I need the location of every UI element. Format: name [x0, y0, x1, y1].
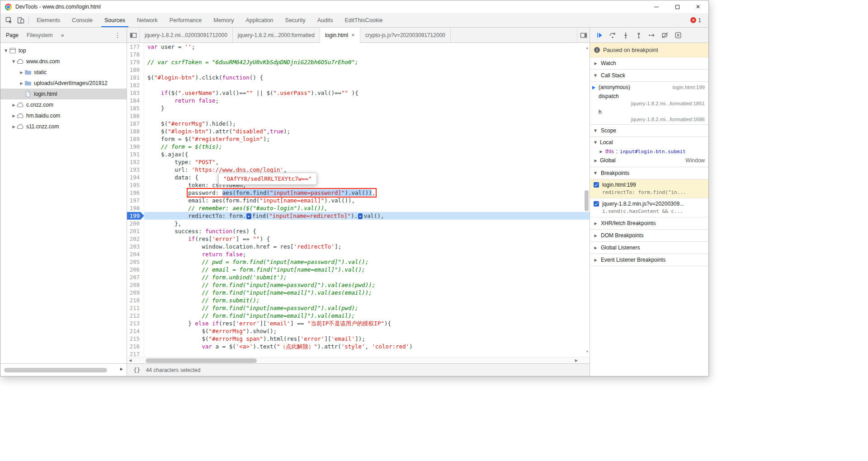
- tab-network[interactable]: Network: [131, 13, 164, 27]
- line-number[interactable]: 193: [127, 166, 144, 174]
- line-number[interactable]: 207: [127, 273, 144, 281]
- line-number[interactable]: 181: [127, 74, 144, 81]
- line-number[interactable]: 202: [127, 235, 144, 243]
- more-options-icon[interactable]: ⋮: [114, 32, 121, 39]
- horizontal-scrollbar-thumb[interactable]: [146, 358, 257, 363]
- scroll-up-arrow-icon[interactable]: ▲: [586, 44, 588, 52]
- line-number[interactable]: 194: [127, 174, 144, 181]
- line-number[interactable]: 191: [127, 151, 144, 158]
- section-scope[interactable]: ▶ Scope: [590, 125, 708, 137]
- line-number[interactable]: 185: [127, 104, 144, 112]
- inline-step-marker-icon[interactable]: ▸: [246, 213, 251, 219]
- tab-elements[interactable]: Elements: [31, 13, 66, 27]
- scroll-left-arrow-icon[interactable]: ◀: [129, 358, 132, 362]
- line-content[interactable]: type: "POST",: [144, 158, 590, 166]
- breakpoint-checkbox[interactable]: [594, 201, 599, 207]
- tab-editthiscookie[interactable]: EditThisCookie: [339, 13, 388, 27]
- line-content[interactable]: // email = form.find("input[name=email]"…: [144, 266, 590, 273]
- scope-global[interactable]: ▶ Global Window: [590, 156, 708, 165]
- line-content[interactable]: [144, 66, 590, 74]
- section-watch[interactable]: ▶ Watch: [590, 57, 708, 70]
- line-content[interactable]: $("#login-btn").click(function() {: [144, 74, 590, 81]
- navigator-tab-filesystem[interactable]: Filesystem: [27, 32, 52, 38]
- line-content[interactable]: // form.find("input[name=password]").val…: [144, 304, 590, 312]
- line-content[interactable]: password: aes(form.find("input[name=pass…: [144, 189, 590, 197]
- vertical-scrollbar[interactable]: [585, 190, 589, 211]
- call-stack-frame[interactable]: (anonymous)login.html:199: [590, 83, 708, 92]
- line-content[interactable]: token: csrfToken,: [144, 181, 590, 189]
- section-call-stack[interactable]: ▶ Call Stack: [590, 70, 708, 82]
- inline-step-marker-icon[interactable]: ▸: [358, 213, 363, 219]
- line-number[interactable]: 178: [127, 51, 144, 58]
- scope-this[interactable]: ▶ this: input#login-btn.submit: [590, 147, 708, 156]
- inspect-icon[interactable]: [3, 14, 15, 26]
- line-content[interactable]: $("#errorMsg").hide();: [144, 120, 590, 127]
- line-content[interactable]: [144, 51, 590, 58]
- editor-tab-crypto-js-js-v-202003091712000[interactable]: crypto-js.js?v=202003091712000: [360, 28, 451, 42]
- sidebar-scroll-right-arrow-icon[interactable]: ▶: [120, 367, 123, 371]
- navigator-tab-page[interactable]: Page: [6, 32, 19, 38]
- line-content[interactable]: success: function(res) {: [144, 227, 590, 235]
- tab-audits[interactable]: Audits: [311, 13, 339, 27]
- tree-item-uploads-advertimages-201912[interactable]: ▶uploads/AdvertImages/201912: [0, 78, 127, 89]
- sidebar-horizontal-scrollbar[interactable]: [4, 368, 107, 372]
- line-content[interactable]: if($(".userName").val()=="" || $(".userP…: [144, 89, 590, 97]
- line-content[interactable]: } else if(res['error']['email'] == "当前IP…: [144, 320, 590, 327]
- error-count-badge[interactable]: ✕ 1: [690, 17, 701, 24]
- line-number[interactable]: 199: [127, 212, 144, 220]
- code-editor[interactable]: 177var user = '';178179// var csrfToken …: [127, 43, 590, 357]
- line-number[interactable]: 184: [127, 97, 144, 104]
- line-content[interactable]: },: [144, 220, 590, 227]
- line-number[interactable]: 216: [127, 343, 144, 350]
- tab-security[interactable]: Security: [279, 13, 311, 27]
- line-content[interactable]: // form.find("input[name=password]").val…: [144, 281, 590, 289]
- line-number[interactable]: 186: [127, 112, 144, 120]
- deactivate-breakpoints-icon[interactable]: [659, 29, 671, 41]
- step-out-icon[interactable]: [633, 29, 645, 41]
- line-content[interactable]: // var csrfToken = "6duuRM642JyU0vKbSdpD…: [144, 58, 590, 66]
- editor-tab-login-html[interactable]: login.html×: [320, 28, 360, 42]
- line-number[interactable]: 177: [127, 43, 144, 51]
- call-stack-frame[interactable]: hjquery-1.8.2.mi...formatted:1686: [590, 108, 708, 123]
- maximize-button[interactable]: [667, 0, 688, 13]
- line-content[interactable]: $.ajax({: [144, 151, 590, 158]
- toggle-navigator-icon[interactable]: [127, 28, 140, 42]
- line-content[interactable]: // form.find("input[name=email]").val(ae…: [144, 289, 590, 296]
- line-content[interactable]: form = $("#registerform_login");: [144, 135, 590, 143]
- tree-item-c-cnzz-com[interactable]: ▶c.cnzz.com: [0, 99, 127, 110]
- section-global-listeners[interactable]: ▶Global Listeners: [590, 242, 708, 254]
- scroll-down-arrow-icon[interactable]: ▼: [586, 348, 588, 356]
- line-number[interactable]: 211: [127, 304, 144, 312]
- line-content[interactable]: [144, 81, 590, 89]
- device-toolbar-icon[interactable]: [15, 14, 27, 26]
- line-content[interactable]: return false;: [144, 97, 590, 104]
- line-content[interactable]: // pwd = form.find("input[name=password]…: [144, 258, 590, 266]
- line-number[interactable]: 189: [127, 135, 144, 143]
- minimize-button[interactable]: [646, 0, 667, 13]
- line-content[interactable]: return false;: [144, 250, 590, 258]
- line-number[interactable]: 206: [127, 266, 144, 273]
- tab-console[interactable]: Console: [66, 13, 99, 27]
- line-content[interactable]: // form.submit();: [144, 296, 590, 304]
- call-stack-frame[interactable]: dispatchjquery-1.8.2.mi...formatted:1851: [590, 92, 708, 108]
- line-content[interactable]: window.location.href = res['redirectTo']…: [144, 243, 590, 250]
- tree-item-login-html[interactable]: ▶login.html: [0, 89, 127, 99]
- line-content[interactable]: $("#login-btn").attr("disabled",true);: [144, 127, 590, 135]
- pause-on-exceptions-icon[interactable]: [672, 29, 684, 41]
- tab-memory[interactable]: Memory: [208, 13, 240, 27]
- line-content[interactable]: [144, 112, 590, 120]
- toggle-debugger-icon[interactable]: [577, 28, 590, 42]
- step-into-icon[interactable]: [620, 29, 632, 41]
- line-content[interactable]: }: [144, 104, 590, 112]
- overflow-tabs-icon[interactable]: »: [61, 32, 64, 38]
- line-number[interactable]: 188: [127, 127, 144, 135]
- close-tab-icon[interactable]: ×: [351, 32, 355, 38]
- scroll-right-arrow-icon[interactable]: ▶: [575, 358, 578, 362]
- line-number[interactable]: 215: [127, 335, 144, 343]
- line-content[interactable]: data: {: [144, 174, 590, 181]
- breakpoint-entry[interactable]: login.html:199redirectTo: form.find("in.…: [590, 179, 708, 198]
- tab-sources[interactable]: Sources: [99, 13, 131, 27]
- line-content[interactable]: var a = $('<a>').text("（点此解除）").attr('st…: [144, 343, 590, 350]
- line-content[interactable]: var user = '';: [144, 43, 590, 51]
- line-number[interactable]: 192: [127, 158, 144, 166]
